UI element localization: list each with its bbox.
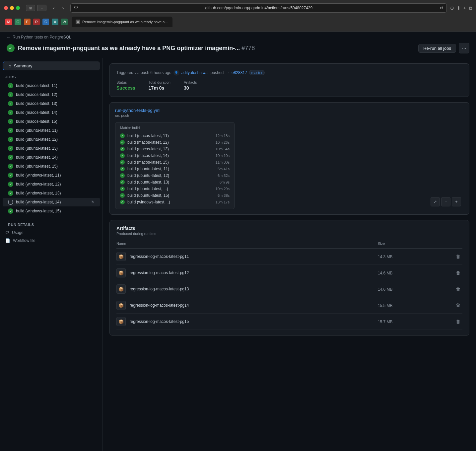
- workflow-filename[interactable]: run-python-tests-pg.yml: [115, 108, 464, 113]
- success-icon: ✓: [8, 128, 13, 133]
- artifact-name-cell[interactable]: 📦 regression-log-macos-latest-pg15: [116, 314, 378, 330]
- close-button[interactable]: [4, 6, 8, 10]
- status-value: Success: [116, 85, 135, 91]
- artifact-icon: 📦: [116, 252, 126, 261]
- maximize-button[interactable]: [16, 6, 20, 10]
- artifacts-title: Artifacts: [116, 226, 462, 231]
- delete-artifact-button[interactable]: 🗑: [454, 318, 462, 325]
- refresh-job-icon[interactable]: ↻: [91, 200, 95, 204]
- expand-toggle[interactable]: ⌄: [37, 5, 46, 11]
- matrix-job-item[interactable]: ✓ build (macos-latest, 15) 11m 30s: [120, 159, 230, 166]
- matrix-job-item[interactable]: ✓ build (macos-latest, 12) 10m 26s: [120, 139, 230, 146]
- back-button[interactable]: ‹: [50, 4, 58, 12]
- forward-button[interactable]: ›: [59, 4, 67, 12]
- matrix-job-item[interactable]: ✓ build (macos-latest, 13) 10m 54s: [120, 146, 230, 152]
- matrix-job-item[interactable]: ✓ build (ubuntu-latest, 11) 5m 41s: [120, 166, 230, 172]
- sidebar-job-item[interactable]: ✓ build (ubuntu-latest, 14): [3, 153, 100, 162]
- rerun-all-jobs-button[interactable]: Re-run all jobs: [418, 44, 456, 53]
- sidebar-job-item[interactable]: ✓ build (ubuntu-latest, 13): [3, 144, 100, 153]
- job-success-icon: ✓: [120, 180, 125, 185]
- workflow-file-label: Workflow file: [13, 238, 35, 243]
- sidebar-job-item[interactable]: ✓ build (windows-latest, 11): [3, 171, 100, 180]
- page-title-text: Remove imagemin-pngquant as we already h…: [18, 45, 240, 51]
- matrix-job-item[interactable]: ✓ build (macos-latest, 11) 12m 18s: [120, 132, 230, 139]
- artifact-row: 📦 regression-log-macos-latest-pg15 15.7 …: [116, 314, 462, 330]
- bookmark-r[interactable]: R: [33, 19, 40, 25]
- artifact-name-cell[interactable]: 📦 regression-log-macos-latest-pg12: [116, 265, 378, 281]
- share-icon[interactable]: ⬆: [457, 5, 461, 11]
- delete-artifact-button[interactable]: 🗑: [454, 253, 462, 260]
- sidebar-job-item[interactable]: ✓ build (macos-latest, 13): [3, 99, 100, 108]
- sidebar-toggle[interactable]: ⊞: [26, 5, 35, 11]
- delete-artifact-button[interactable]: 🗑: [454, 286, 462, 292]
- sidebar-job-item[interactable]: build (windows-latest, 14) ↻: [3, 198, 100, 206]
- matrix-job-item[interactable]: ✓ build (ubuntu-latest, 12) 6m 32s: [120, 172, 230, 179]
- matrix-job-item[interactable]: ✓ build (macos-latest, 14) 10m 10s: [120, 152, 230, 159]
- pr-number: #778: [241, 45, 255, 51]
- matrix-container: Matrix: build ✓ build (macos-latest, 11)…: [115, 122, 464, 209]
- home-icon: ⌂: [9, 63, 11, 68]
- sidebar-job-item[interactable]: ✓ build (windows-latest, 13): [3, 189, 100, 197]
- sidebar-job-item[interactable]: ✓ build (macos-latest, 15): [3, 117, 100, 126]
- job-name: build (ubuntu-latest, 13): [16, 146, 58, 151]
- artifact-size: 14.6 MB: [378, 287, 393, 292]
- matrix-job-item[interactable]: ✓ build (windows-latest,...) 13m 17s: [120, 199, 230, 205]
- zoom-in-button[interactable]: +: [452, 197, 461, 206]
- sidebar-job-item[interactable]: ✓ build (windows-latest, 12): [3, 180, 100, 188]
- artifact-size: 14.3 MB: [378, 255, 393, 259]
- sidebar-job-item[interactable]: ✓ build (macos-latest, 14): [3, 108, 100, 117]
- artifact-delete-cell: 🗑: [431, 265, 462, 281]
- artifact-name-cell[interactable]: 📦 regression-log-macos-latest-pg14: [116, 297, 378, 314]
- more-options-button[interactable]: ···: [459, 43, 469, 53]
- workflow-file-item[interactable]: 📄 Workflow file: [3, 237, 100, 245]
- sidebar-job-item[interactable]: ✓ build (ubuntu-latest, 12): [3, 135, 100, 144]
- matrix-box: Matrix: build ✓ build (macos-latest, 11)…: [115, 122, 235, 209]
- usage-item[interactable]: ⏱ Usage: [3, 229, 100, 237]
- job-name: build (ubuntu-latest, 12): [16, 137, 58, 142]
- page-header: ✓ Remove imagemin-pngquant as we already…: [0, 41, 476, 58]
- breadcrumb-link[interactable]: Run Python tests on PostgreSQL: [13, 35, 71, 39]
- job-name: build (windows-latest, 14): [16, 200, 89, 204]
- zoom-out-button[interactable]: −: [441, 197, 450, 206]
- matrix-job-item[interactable]: ✓ build (ubuntu-latest, 13) 6m 9s: [120, 179, 230, 186]
- bookmark-a[interactable]: A: [52, 19, 58, 25]
- bookmark-c[interactable]: C: [42, 19, 49, 25]
- matrix-job-item[interactable]: ✓ build (ubuntu-latest, ...) 10m 29s: [120, 186, 230, 192]
- history-icon[interactable]: ⊙: [450, 5, 454, 11]
- add-tab-icon[interactable]: +: [463, 5, 466, 11]
- workflow-controls: ⤢ − +: [431, 197, 461, 206]
- delete-artifact-button[interactable]: 🗑: [454, 302, 462, 309]
- delete-artifact-button[interactable]: 🗑: [454, 269, 462, 276]
- address-bar[interactable]: 🛡 github.com/pgadmin-org/pgadmin4/action…: [70, 3, 447, 13]
- sidebar-job-item[interactable]: ✓ build (windows-latest, 15): [3, 207, 100, 215]
- expand-button[interactable]: ⤢: [431, 197, 440, 206]
- minimize-button[interactable]: [10, 6, 14, 10]
- success-icon: ✓: [8, 137, 13, 142]
- windows-icon[interactable]: ⧉: [469, 5, 472, 11]
- matrix-job-duration: 6m 38s: [218, 193, 230, 197]
- artifact-icon: 📦: [116, 268, 126, 277]
- sidebar-job-item[interactable]: ✓ build (macos-latest, 11): [3, 81, 100, 90]
- bookmark-google[interactable]: G: [15, 19, 21, 25]
- artifact-size: 14.6 MB: [378, 271, 393, 275]
- tabs-bar: M G P R C A W ⚙ Remove imagemin-pngquant…: [0, 16, 476, 28]
- matrix-job-item[interactable]: ✓ build (ubuntu-latest, 15) 6m 38s: [120, 192, 230, 199]
- artifact-name-cell[interactable]: 📦 regression-log-macos-latest-pg13: [116, 281, 378, 297]
- bookmark-gmail[interactable]: M: [5, 19, 12, 25]
- bookmark-p[interactable]: P: [24, 19, 31, 25]
- branch-badge[interactable]: master: [249, 70, 265, 75]
- sidebar-summary-item[interactable]: ⌂ Summary: [3, 61, 100, 70]
- bookmark-w[interactable]: W: [61, 19, 68, 25]
- matrix-label: Matrix: build: [120, 126, 230, 130]
- matrix-job-duration: 12m 18s: [216, 134, 230, 138]
- commit-hash[interactable]: e828317: [232, 70, 247, 75]
- sidebar-job-item[interactable]: ✓ build (ubuntu-latest, 11): [3, 126, 100, 135]
- sidebar-job-item[interactable]: ✓ build (ubuntu-latest, 15): [3, 162, 100, 171]
- summary-label: Summary: [14, 63, 33, 68]
- refresh-icon[interactable]: ↺: [440, 6, 443, 10]
- actor-name[interactable]: adityatoshniwal: [181, 70, 209, 75]
- sidebar-job-item[interactable]: ✓ build (macos-latest, 12): [3, 90, 100, 99]
- artifact-name-cell[interactable]: 📦 regression-log-macos-latest-pg11: [116, 249, 378, 265]
- artifact-icon: 📦: [116, 317, 126, 326]
- active-tab[interactable]: ⚙ Remove imagemin-pngquant as we already…: [72, 17, 172, 27]
